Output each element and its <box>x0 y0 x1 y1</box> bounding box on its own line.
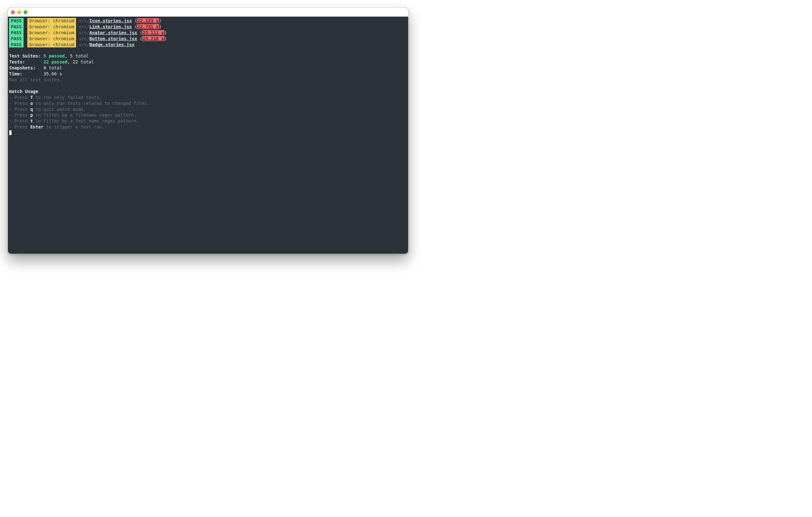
summary-label: Snapshots: <box>9 65 44 70</box>
file-name: Button.stories.jsx <box>90 36 137 41</box>
summary-value: 0 total <box>44 65 62 70</box>
test-result-row: PASS browser: chromium src/Badge.stories… <box>9 42 407 48</box>
terminal-window: PASS browser: chromium src/Icon.stories.… <box>7 7 408 254</box>
watch-key: o <box>30 101 33 106</box>
watch-usage-item: › Press q to quit watch mode. <box>9 107 407 113</box>
watch-usage-item: › Press o to only run tests related to c… <box>9 100 407 107</box>
status-badge: PASS <box>9 24 24 30</box>
status-badge: PASS <box>9 30 24 36</box>
browser-badge: browser: chromium <box>27 18 76 24</box>
file-dir: src/ <box>79 36 90 41</box>
summary-label: Test Suites: <box>9 53 44 58</box>
test-result-row: PASS browser: chromium src/Button.storie… <box>9 36 407 42</box>
browser-badge: browser: chromium <box>27 30 76 36</box>
file-dir: src/ <box>79 18 90 23</box>
status-badge: PASS <box>9 18 24 24</box>
watch-usage-item: › Press t to filter by a test name regex… <box>9 118 407 124</box>
file-dir: src/ <box>79 42 90 47</box>
browser-badge: browser: chromium <box>27 24 76 30</box>
file-name: Link.stories.jsx <box>90 24 132 29</box>
watch-key: t <box>30 118 33 123</box>
test-time: 22.133 s <box>137 18 159 23</box>
summary-label: Tests: <box>9 59 44 64</box>
file-name: Icon.stories.jsx <box>90 18 132 23</box>
watch-key: p <box>30 113 33 118</box>
file-dir: src/ <box>79 24 90 29</box>
summary-total: , 22 total <box>67 59 94 64</box>
watch-key: Enter <box>30 124 44 129</box>
browser-badge: browser: chromium <box>27 36 76 42</box>
summary-value: 35.66 s <box>44 71 62 76</box>
watch-usage-item: › Press f to run only failed tests. <box>9 95 407 100</box>
summary-total: , 5 total <box>65 53 89 58</box>
watch-key: f <box>30 95 33 100</box>
terminal-cursor <box>9 130 11 135</box>
test-time: 23.218 s <box>142 36 164 41</box>
browser-badge: browser: chromium <box>27 42 76 48</box>
file-name: Avatar.stories.jsx <box>90 30 137 35</box>
close-icon[interactable] <box>11 10 15 14</box>
test-result-row: PASS browser: chromium src/Icon.stories.… <box>9 18 407 24</box>
file-dir: src/ <box>79 30 90 35</box>
summary-label: Time: <box>9 71 44 76</box>
zoom-icon[interactable] <box>24 10 27 14</box>
terminal-body[interactable]: PASS browser: chromium src/Icon.stories.… <box>8 17 408 254</box>
test-result-row: PASS browser: chromium src/Link.stories.… <box>9 24 407 30</box>
minimize-icon[interactable] <box>17 10 21 14</box>
test-result-row: PASS browser: chromium src/Avatar.storie… <box>9 30 407 36</box>
summary-passed: 22 passed <box>44 59 67 64</box>
test-time: 22.731 s <box>137 24 159 29</box>
watch-usage-list: › Press f to run only failed tests. › Pr… <box>9 95 407 130</box>
watch-key: q <box>30 107 33 112</box>
status-badge: PASS <box>9 42 24 48</box>
watch-usage-title: Watch Usage <box>9 89 407 95</box>
file-name: Badge.stories.jsx <box>90 42 135 47</box>
watch-usage-item: › Press p to filter by a filename regex … <box>9 112 407 118</box>
status-badge: PASS <box>9 36 24 42</box>
summary-ran: Ran all test suites. <box>9 77 407 83</box>
summary-passed: 5 passed <box>44 53 65 58</box>
test-time: 23.111 s <box>142 30 164 35</box>
paren-close: ) <box>159 18 162 23</box>
watch-usage-item: › Press Enter to trigger a test run. <box>9 124 407 130</box>
test-summary: Test Suites: 5 passed, 5 total Tests: 22… <box>9 53 407 83</box>
titlebar <box>8 8 408 17</box>
test-result-rows: PASS browser: chromium src/Icon.stories.… <box>9 18 407 48</box>
